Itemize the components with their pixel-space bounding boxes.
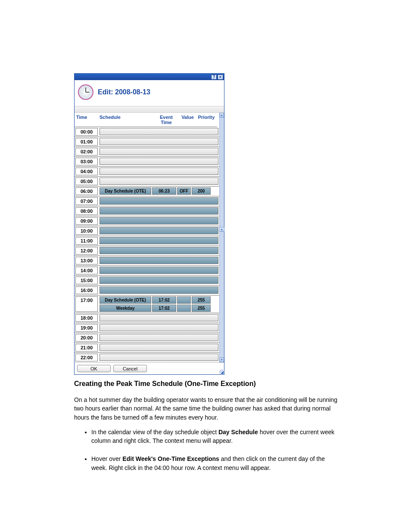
schedule-slot[interactable]	[100, 237, 218, 244]
schedule-slot[interactable]	[100, 354, 218, 361]
close-icon[interactable]: ×	[218, 75, 223, 80]
entry-value[interactable]: OFF	[177, 187, 191, 195]
time-cell[interactable]: 11:00	[75, 237, 98, 245]
table-row[interactable]: 18:00	[75, 313, 219, 323]
table-row[interactable]: 10:00	[75, 226, 219, 236]
schedule-slot[interactable]	[100, 257, 218, 264]
schedule-cell[interactable]	[100, 128, 218, 136]
schedule-slot[interactable]	[100, 207, 218, 215]
time-cell[interactable]: 12:00	[75, 247, 98, 255]
time-cell[interactable]: 06:00	[75, 187, 98, 195]
empty-slot[interactable]	[100, 177, 218, 185]
entry-schedule[interactable]: Weekday	[100, 305, 151, 312]
time-cell[interactable]: 02:00	[75, 148, 98, 156]
empty-slot[interactable]	[100, 227, 218, 234]
schedule-cell[interactable]	[100, 138, 218, 146]
time-cell[interactable]: 18:00	[75, 314, 98, 322]
schedule-cell[interactable]: Day Schedule (OTE)06:23OFF200	[100, 187, 218, 195]
empty-slot[interactable]	[100, 257, 218, 264]
schedule-cell[interactable]	[100, 158, 218, 165]
col-header-priority[interactable]: Priority	[196, 113, 217, 127]
schedule-cell[interactable]	[100, 334, 218, 342]
schedule-slot[interactable]	[100, 148, 218, 155]
schedule-slot[interactable]	[100, 158, 218, 165]
schedule-cell[interactable]	[100, 207, 218, 215]
entry-value[interactable]	[177, 305, 191, 312]
time-cell[interactable]: 05:00	[75, 177, 98, 185]
schedule-slot[interactable]	[100, 286, 218, 294]
table-row[interactable]: 03:00	[75, 157, 219, 167]
table-row[interactable]: 06:00Day Schedule (OTE)06:23OFF200	[75, 187, 219, 196]
schedule-slot[interactable]	[100, 168, 218, 175]
schedule-slot[interactable]	[100, 334, 218, 341]
empty-slot[interactable]	[100, 207, 218, 215]
entry-priority[interactable]: 200	[192, 187, 211, 195]
cancel-button[interactable]: Cancel	[113, 365, 147, 372]
empty-slot[interactable]	[100, 314, 218, 321]
schedule-slot[interactable]	[100, 128, 218, 135]
schedule-cell[interactable]	[100, 247, 218, 255]
entry-priority[interactable]: 255	[192, 305, 211, 312]
schedule-cell[interactable]	[100, 277, 218, 284]
schedule-cell[interactable]	[100, 324, 218, 332]
schedule-slot[interactable]	[100, 247, 218, 254]
empty-slot[interactable]	[100, 286, 218, 294]
empty-slot[interactable]	[100, 344, 218, 351]
time-cell[interactable]: 09:00	[75, 217, 98, 225]
schedule-cell[interactable]	[100, 197, 218, 205]
empty-slot[interactable]	[100, 158, 218, 165]
scroll-down-icon[interactable]: ▾	[220, 358, 224, 362]
table-row[interactable]: 15:00	[75, 276, 219, 286]
table-row[interactable]: 11:00	[75, 236, 219, 246]
schedule-cell[interactable]	[100, 257, 218, 264]
time-cell[interactable]: 14:00	[75, 267, 98, 274]
empty-slot[interactable]	[100, 354, 218, 361]
schedule-cell[interactable]	[100, 148, 218, 156]
entry-value[interactable]	[177, 296, 191, 304]
empty-slot[interactable]	[100, 277, 218, 284]
ok-button[interactable]: OK	[77, 365, 111, 372]
schedule-cell[interactable]	[100, 354, 218, 361]
empty-slot[interactable]	[100, 324, 218, 331]
schedule-cell[interactable]: Day Schedule (OTE)17:02255Weekday17:0225…	[100, 296, 218, 312]
schedule-cell[interactable]	[100, 267, 218, 274]
col-header-time[interactable]: Time	[75, 113, 98, 127]
schedule-slot[interactable]	[100, 217, 218, 224]
schedule-slot[interactable]	[100, 197, 218, 205]
time-cell[interactable]: 19:00	[75, 324, 98, 332]
empty-slot[interactable]	[100, 128, 218, 135]
schedule-entry[interactable]: Day Schedule (OTE)17:02255	[100, 296, 218, 304]
schedule-cell[interactable]	[100, 177, 218, 185]
entry-schedule[interactable]: Day Schedule (OTE)	[100, 296, 151, 304]
table-row[interactable]: 12:00	[75, 246, 219, 256]
schedule-cell[interactable]	[100, 314, 218, 322]
table-row[interactable]: 21:00	[75, 343, 219, 353]
table-row[interactable]: 14:00	[75, 266, 219, 276]
empty-slot[interactable]	[100, 334, 218, 341]
time-cell[interactable]: 22:00	[75, 354, 98, 361]
table-row[interactable]: 13:00	[75, 256, 219, 266]
schedule-slot[interactable]	[100, 138, 218, 145]
entry-event-time[interactable]: 17:02	[152, 305, 176, 312]
time-cell[interactable]: 15:00	[75, 277, 98, 284]
table-row[interactable]: 22:00	[75, 353, 219, 362]
col-header-schedule[interactable]: Schedule	[98, 113, 153, 127]
table-row[interactable]: 17:00Day Schedule (OTE)17:02255Weekday17…	[75, 296, 219, 313]
empty-slot[interactable]	[100, 168, 218, 175]
time-cell[interactable]: 04:00	[75, 168, 98, 175]
empty-slot[interactable]	[100, 138, 218, 145]
table-row[interactable]: 05:00	[75, 177, 219, 187]
empty-slot[interactable]	[100, 148, 218, 155]
empty-slot[interactable]	[100, 267, 218, 274]
entry-event-time[interactable]: 17:02	[152, 296, 176, 304]
resize-handle-icon[interactable]	[219, 370, 224, 374]
scroll-track[interactable]: ▴	[220, 118, 224, 358]
schedule-slot[interactable]	[100, 344, 218, 351]
schedule-cell[interactable]	[100, 227, 218, 235]
time-cell[interactable]: 13:00	[75, 257, 98, 264]
table-row[interactable]: 00:00	[75, 127, 219, 137]
schedule-slot[interactable]	[100, 324, 218, 331]
schedule-cell[interactable]	[100, 344, 218, 352]
schedule-slot[interactable]	[100, 277, 218, 284]
time-cell[interactable]: 17:00	[75, 296, 98, 312]
